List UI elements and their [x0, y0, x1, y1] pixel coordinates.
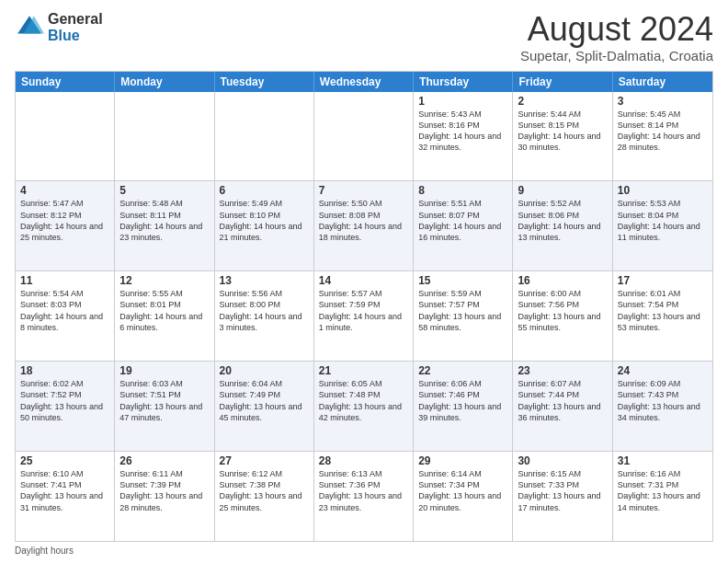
header-day-tuesday: Tuesday [215, 72, 314, 92]
day-number: 8 [418, 184, 507, 197]
calendar-cell: 17Sunrise: 6:01 AM Sunset: 7:54 PM Dayli… [613, 271, 712, 361]
day-number: 4 [20, 184, 109, 197]
calendar-cell: 11Sunrise: 5:54 AM Sunset: 8:03 PM Dayli… [16, 271, 115, 361]
logo: General Blue [15, 11, 103, 43]
header-day-thursday: Thursday [414, 72, 513, 92]
cell-info: Sunrise: 6:00 AM Sunset: 7:56 PM Dayligh… [518, 288, 607, 333]
calendar-cell: 30Sunrise: 6:15 AM Sunset: 7:33 PM Dayli… [513, 452, 612, 541]
day-number: 3 [618, 95, 708, 108]
cell-info: Sunrise: 5:54 AM Sunset: 8:03 PM Dayligh… [20, 288, 109, 333]
day-number: 11 [20, 274, 109, 287]
day-number: 7 [319, 184, 408, 197]
cell-info: Sunrise: 6:06 AM Sunset: 7:46 PM Dayligh… [418, 378, 507, 423]
calendar-cell: 3Sunrise: 5:45 AM Sunset: 8:14 PM Daylig… [613, 92, 712, 181]
cell-info: Sunrise: 5:44 AM Sunset: 8:15 PM Dayligh… [518, 109, 607, 154]
day-number: 18 [20, 364, 109, 377]
cell-info: Sunrise: 6:13 AM Sunset: 7:36 PM Dayligh… [319, 468, 408, 513]
day-number: 25 [20, 454, 109, 467]
calendar-cell [115, 92, 214, 181]
day-number: 20 [220, 364, 309, 377]
calendar-cell: 12Sunrise: 5:55 AM Sunset: 8:01 PM Dayli… [115, 271, 214, 361]
cell-info: Sunrise: 6:01 AM Sunset: 7:54 PM Dayligh… [618, 288, 708, 333]
calendar-cell: 25Sunrise: 6:10 AM Sunset: 7:41 PM Dayli… [16, 452, 115, 541]
day-number: 6 [220, 184, 309, 197]
logo-general-text: General [48, 11, 103, 28]
day-number: 28 [319, 454, 408, 467]
cell-info: Sunrise: 5:55 AM Sunset: 8:01 PM Dayligh… [119, 288, 209, 333]
title-block: August 2024 Supetar, Split-Dalmatia, Cro… [520, 11, 713, 63]
calendar-cell: 4Sunrise: 5:47 AM Sunset: 8:12 PM Daylig… [16, 181, 115, 270]
calendar-week-2: 4Sunrise: 5:47 AM Sunset: 8:12 PM Daylig… [16, 180, 712, 270]
calendar-week-1: 1Sunrise: 5:43 AM Sunset: 8:16 PM Daylig… [16, 92, 712, 181]
cell-info: Sunrise: 5:57 AM Sunset: 7:59 PM Dayligh… [319, 288, 408, 333]
cell-info: Sunrise: 5:59 AM Sunset: 7:57 PM Dayligh… [418, 288, 507, 333]
cell-info: Sunrise: 6:04 AM Sunset: 7:49 PM Dayligh… [220, 378, 309, 423]
calendar-cell: 22Sunrise: 6:06 AM Sunset: 7:46 PM Dayli… [414, 362, 513, 451]
logo-text: General Blue [48, 11, 103, 43]
cell-info: Sunrise: 6:12 AM Sunset: 7:38 PM Dayligh… [220, 468, 309, 513]
calendar-cell: 24Sunrise: 6:09 AM Sunset: 7:43 PM Dayli… [613, 362, 712, 451]
day-number: 10 [618, 184, 708, 197]
day-number: 26 [119, 454, 209, 467]
day-number: 15 [418, 274, 507, 287]
calendar-cell [314, 92, 414, 181]
calendar-cell: 28Sunrise: 6:13 AM Sunset: 7:36 PM Dayli… [314, 452, 414, 541]
calendar-cell: 8Sunrise: 5:51 AM Sunset: 8:07 PM Daylig… [414, 181, 513, 270]
cell-info: Sunrise: 6:14 AM Sunset: 7:34 PM Dayligh… [418, 468, 507, 513]
cell-info: Sunrise: 5:49 AM Sunset: 8:10 PM Dayligh… [220, 198, 309, 243]
day-number: 29 [418, 454, 507, 467]
cell-info: Sunrise: 6:03 AM Sunset: 7:51 PM Dayligh… [119, 378, 209, 423]
day-number: 23 [518, 364, 607, 377]
header-day-monday: Monday [115, 72, 214, 92]
calendar-body: 1Sunrise: 5:43 AM Sunset: 8:16 PM Daylig… [16, 92, 712, 541]
day-number: 24 [618, 364, 708, 377]
calendar-cell: 13Sunrise: 5:56 AM Sunset: 8:00 PM Dayli… [215, 271, 314, 361]
cell-info: Sunrise: 6:07 AM Sunset: 7:44 PM Dayligh… [518, 378, 607, 423]
cell-info: Sunrise: 6:10 AM Sunset: 7:41 PM Dayligh… [20, 468, 109, 513]
calendar-week-5: 25Sunrise: 6:10 AM Sunset: 7:41 PM Dayli… [16, 451, 712, 541]
day-number: 9 [518, 184, 607, 197]
calendar-cell: 1Sunrise: 5:43 AM Sunset: 8:16 PM Daylig… [414, 92, 513, 181]
calendar-header: SundayMondayTuesdayWednesdayThursdayFrid… [16, 72, 712, 92]
day-number: 14 [319, 274, 408, 287]
cell-info: Sunrise: 5:47 AM Sunset: 8:12 PM Dayligh… [20, 198, 109, 243]
header-day-wednesday: Wednesday [314, 72, 414, 92]
calendar-cell: 21Sunrise: 6:05 AM Sunset: 7:48 PM Dayli… [314, 362, 414, 451]
subtitle: Supetar, Split-Dalmatia, Croatia [520, 48, 713, 63]
day-number: 12 [119, 274, 209, 287]
calendar-cell: 6Sunrise: 5:49 AM Sunset: 8:10 PM Daylig… [215, 181, 314, 270]
calendar-week-3: 11Sunrise: 5:54 AM Sunset: 8:03 PM Dayli… [16, 270, 712, 361]
day-number: 31 [618, 454, 708, 467]
calendar-cell: 18Sunrise: 6:02 AM Sunset: 7:52 PM Dayli… [16, 362, 115, 451]
cell-info: Sunrise: 6:15 AM Sunset: 7:33 PM Dayligh… [518, 468, 607, 513]
cell-info: Sunrise: 5:45 AM Sunset: 8:14 PM Dayligh… [618, 109, 708, 154]
cell-info: Sunrise: 5:50 AM Sunset: 8:08 PM Dayligh… [319, 198, 408, 243]
day-number: 16 [518, 274, 607, 287]
calendar-cell: 29Sunrise: 6:14 AM Sunset: 7:34 PM Dayli… [414, 452, 513, 541]
calendar-cell: 2Sunrise: 5:44 AM Sunset: 8:15 PM Daylig… [513, 92, 612, 181]
cell-info: Sunrise: 6:16 AM Sunset: 7:31 PM Dayligh… [618, 468, 708, 513]
calendar: SundayMondayTuesdayWednesdayThursdayFrid… [15, 71, 713, 542]
cell-info: Sunrise: 5:51 AM Sunset: 8:07 PM Dayligh… [418, 198, 507, 243]
cell-info: Sunrise: 5:53 AM Sunset: 8:04 PM Dayligh… [618, 198, 708, 243]
calendar-cell: 5Sunrise: 5:48 AM Sunset: 8:11 PM Daylig… [115, 181, 214, 270]
day-number: 30 [518, 454, 607, 467]
footer-note: Daylight hours [15, 546, 713, 556]
day-number: 21 [319, 364, 408, 377]
page: General Blue August 2024 Supetar, Split-… [0, 0, 728, 563]
calendar-week-4: 18Sunrise: 6:02 AM Sunset: 7:52 PM Dayli… [16, 361, 712, 451]
header: General Blue August 2024 Supetar, Split-… [15, 11, 713, 63]
cell-info: Sunrise: 6:11 AM Sunset: 7:39 PM Dayligh… [119, 468, 209, 513]
calendar-cell: 9Sunrise: 5:52 AM Sunset: 8:06 PM Daylig… [513, 181, 612, 270]
header-day-friday: Friday [513, 72, 612, 92]
logo-icon [15, 13, 44, 42]
cell-info: Sunrise: 6:05 AM Sunset: 7:48 PM Dayligh… [319, 378, 408, 423]
calendar-cell: 7Sunrise: 5:50 AM Sunset: 8:08 PM Daylig… [314, 181, 414, 270]
calendar-cell: 31Sunrise: 6:16 AM Sunset: 7:31 PM Dayli… [613, 452, 712, 541]
calendar-cell: 27Sunrise: 6:12 AM Sunset: 7:38 PM Dayli… [215, 452, 314, 541]
day-number: 17 [618, 274, 708, 287]
main-title: August 2024 [520, 11, 713, 48]
cell-info: Sunrise: 5:52 AM Sunset: 8:06 PM Dayligh… [518, 198, 607, 243]
calendar-cell: 15Sunrise: 5:59 AM Sunset: 7:57 PM Dayli… [414, 271, 513, 361]
day-number: 27 [220, 454, 309, 467]
